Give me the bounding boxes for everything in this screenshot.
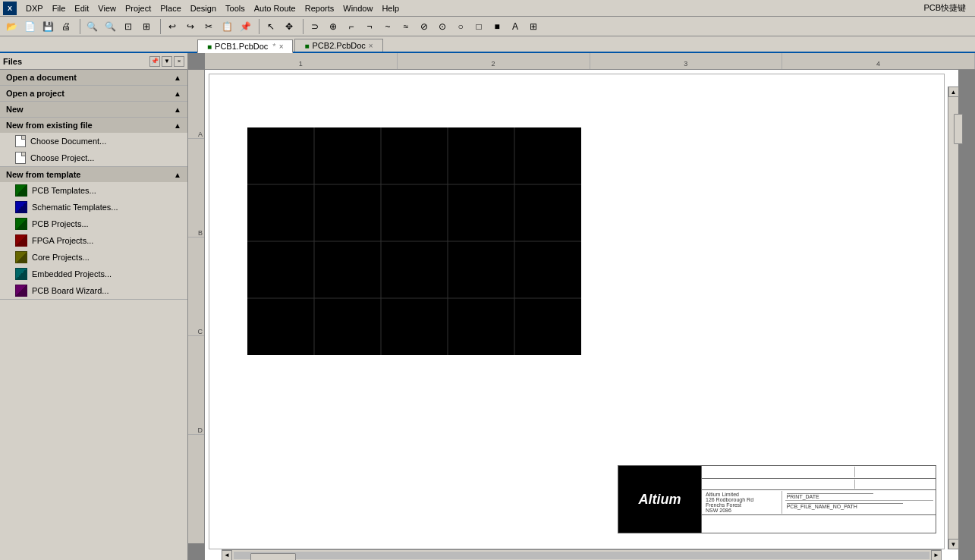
toolbar-sep-2 (158, 19, 161, 34)
menu-project[interactable]: Project (121, 2, 156, 14)
tb-extra[interactable]: ⊞ (525, 18, 542, 35)
tb-select[interactable]: ↖ (263, 18, 279, 35)
panel-down-btn[interactable]: ▼ (162, 56, 172, 67)
ruler-mark-3: 3 (590, 53, 783, 69)
tb-3d[interactable]: □ (470, 18, 487, 35)
tb-zoom-sel[interactable]: ⊞ (138, 18, 155, 35)
doc-tabs: ■ PCB1.PcbDoc * × ■ PCB2.PcbDoc × (0, 36, 975, 53)
menu-dxp[interactable]: DXP (21, 2, 48, 14)
section-new-title: New (6, 105, 24, 114)
ruler-v-c: C (188, 328, 204, 336)
menu-tools[interactable]: Tools (221, 2, 250, 14)
core-projects-label: Core Projects... (32, 253, 90, 262)
menu-file[interactable]: File (48, 2, 71, 14)
pcb-templates-label: PCB Templates... (32, 186, 96, 195)
tb-cut[interactable]: ✂ (200, 18, 217, 35)
tb-pad[interactable]: ○ (452, 18, 469, 35)
hscroll-left-btn[interactable]: ◄ (222, 550, 232, 561)
toolbar1: 📂 📄 💾 🖨 🔍 🔍 ⊡ ⊞ ↩ ↪ ✂ 📋 📌 ↖ ✥ ⊃ ⊕ ⌐ ¬ ~ … (0, 17, 975, 36)
pcb-templates-item[interactable]: PCB Templates... (0, 182, 187, 199)
ruler-left: A B C D (188, 70, 205, 543)
tab-pcb1-close[interactable]: × (279, 42, 284, 51)
hscroll-thumb[interactable] (250, 553, 296, 561)
choose-project-icon (15, 152, 26, 164)
tb-zoom-out[interactable]: 🔍 (102, 18, 118, 35)
tb-zoom-in[interactable]: 🔍 (83, 18, 100, 35)
tb-undo[interactable]: ↩ (164, 18, 181, 35)
tb-route2[interactable]: ¬ (361, 18, 378, 35)
vscroll-thumb[interactable] (954, 114, 963, 144)
tab-pcb2-close[interactable]: × (369, 42, 373, 50)
hscrollbar[interactable]: ◄ ► (222, 549, 942, 560)
vscrollbar[interactable]: ▲ ▼ (948, 87, 958, 549)
embedded-projects-item[interactable]: Embedded Projects... (0, 266, 187, 282)
tb-route3[interactable]: ~ (379, 18, 396, 35)
tb-route1[interactable]: ⌐ (343, 18, 360, 35)
tb-open[interactable]: 📂 (3, 18, 20, 35)
tb-text[interactable]: A (507, 18, 524, 35)
pcb-projects-item[interactable]: PCB Projects... (0, 216, 187, 232)
vscroll-down-btn[interactable]: ▼ (948, 539, 959, 549)
tab-pcb1[interactable]: ■ PCB1.PcbDoc * × (197, 39, 293, 53)
section-new-header[interactable]: New ▲ (0, 102, 187, 117)
tb-print[interactable]: 🖨 (58, 18, 74, 35)
core-projects-icon (15, 251, 27, 263)
choose-document-item[interactable]: Choose Document... (0, 133, 187, 149)
menu-design[interactable]: Design (186, 2, 221, 14)
menu-place[interactable]: Place (156, 2, 186, 14)
tb-new[interactable]: 📄 (21, 18, 38, 35)
title-block-right: Altium Limited 126 Rodborough Rd Frenchs… (702, 466, 936, 533)
vscroll-up-btn[interactable]: ▲ (948, 87, 959, 97)
tb-highlight[interactable]: ⊘ (416, 18, 432, 35)
tb-net[interactable]: ⊃ (307, 18, 323, 35)
hscroll-right-btn[interactable]: ► (931, 550, 942, 561)
ruler-mark-1: 1 (205, 53, 398, 69)
tb-paste[interactable]: 📌 (237, 18, 253, 35)
pcb-content[interactable]: Altium Altium Limited (205, 70, 958, 560)
schematic-templates-label: Schematic Templates... (32, 203, 118, 212)
core-projects-item[interactable]: Core Projects... (0, 249, 187, 266)
choose-project-item[interactable]: Choose Project... (0, 149, 187, 166)
menu-view[interactable]: View (93, 2, 121, 14)
menu-autoroute[interactable]: Auto Route (250, 2, 300, 14)
hscroll-track (234, 552, 929, 559)
tb-route4[interactable]: ≈ (398, 18, 414, 35)
choose-project-label: Choose Project... (30, 153, 94, 162)
tb-redo[interactable]: ↪ (182, 18, 199, 35)
tb-save[interactable]: 💾 (39, 18, 56, 35)
section-open-project-header[interactable]: Open a project ▲ (0, 86, 187, 101)
tb-via[interactable]: ⊙ (434, 18, 451, 35)
tb-comp[interactable]: ⊕ (325, 18, 341, 35)
menu-help[interactable]: Help (377, 2, 404, 14)
tb-copy[interactable]: 📋 (219, 18, 235, 35)
tb-move[interactable]: ✥ (281, 18, 297, 35)
panel-controls: 📌 ▼ × (149, 56, 184, 67)
main-area: Files 📌 ▼ × Open a document ▲ Open a pro… (0, 53, 975, 560)
section-new: New ▲ (0, 102, 187, 118)
menu-reports[interactable]: Reports (300, 2, 339, 14)
section-open-document-header[interactable]: Open a document ▲ (0, 70, 187, 85)
panel-pin-btn[interactable]: 📌 (149, 56, 160, 67)
section-new-from-existing-title: New from existing file (6, 121, 93, 130)
pcb-board-wizard-icon (15, 285, 27, 297)
pcb-board-wizard-item[interactable]: PCB Board Wizard... (0, 282, 187, 299)
tab-pcb1-label: PCB1.PcbDoc (215, 42, 268, 51)
menu-edit[interactable]: Edit (70, 2, 93, 14)
tb-zoom-fit[interactable]: ⊡ (120, 18, 137, 35)
canvas-area[interactable]: 1 2 3 4 A B C D (188, 53, 975, 560)
panel-close-btn[interactable]: × (174, 56, 184, 67)
tb-copper[interactable]: ■ (489, 18, 505, 35)
pcb-grid-outer (247, 127, 581, 355)
menu-window[interactable]: Window (338, 2, 377, 14)
title-block-logo: Altium (639, 492, 681, 508)
section-new-from-template-header[interactable]: New from template ▲ (0, 167, 187, 182)
section-open-project-arrow: ▲ (174, 90, 181, 98)
panel-title: Files (3, 57, 22, 66)
title-block-cell-2 (858, 467, 933, 477)
section-new-from-template: New from template ▲ PCB Templates... Sch… (0, 167, 187, 300)
tab-pcb2[interactable]: ■ PCB2.PcbDoc × (294, 39, 382, 52)
schematic-templates-item[interactable]: Schematic Templates... (0, 199, 187, 216)
left-panel: Files 📌 ▼ × Open a document ▲ Open a pro… (0, 53, 188, 560)
section-new-from-existing-header[interactable]: New from existing file ▲ (0, 118, 187, 133)
fpga-projects-item[interactable]: FPGA Projects... (0, 232, 187, 249)
